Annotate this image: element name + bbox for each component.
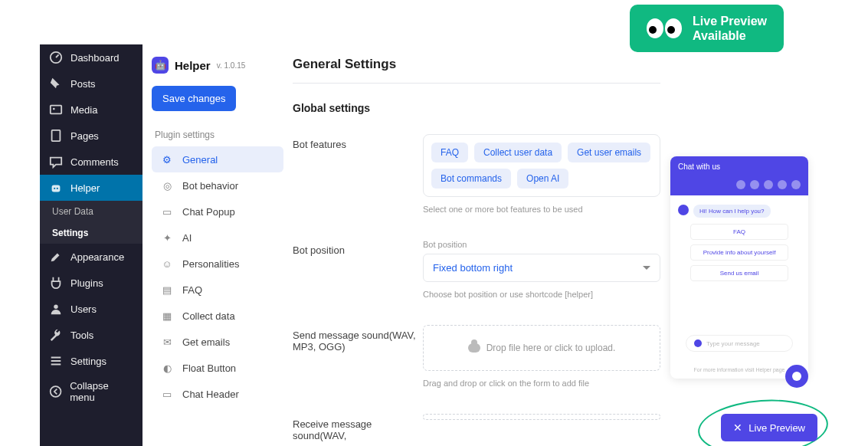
chat-option-faq[interactable]: FAQ	[690, 224, 788, 240]
social-icon[interactable]	[778, 180, 787, 189]
nav-label: Float Button	[182, 362, 236, 374]
plugin-version: v. 1.0.15	[217, 61, 246, 70]
badge-text: Live PreviewAvailable	[693, 14, 767, 43]
page-icon	[49, 129, 63, 143]
row-bot-position: Bot position Bot position Fixed bottom r…	[293, 240, 660, 299]
row-bot-features: Bot features FAQCollect user dataGet use…	[293, 134, 660, 214]
sidebar-item-comments[interactable]: Comments	[40, 149, 142, 175]
plugin-settings-panel: 🤖 Helper v. 1.0.15 Save changes Plugin s…	[142, 44, 293, 419]
recv-sound-dropzone[interactable]	[423, 414, 660, 420]
plugin-nav-faq[interactable]: ▤FAQ	[152, 277, 283, 303]
chip-get-user-emails[interactable]: Get user emails	[568, 143, 650, 162]
svg-point-8	[51, 386, 61, 397]
sidebar-item-settings[interactable]: Settings	[40, 348, 142, 374]
plugin-nav-bot-behavior[interactable]: ◎Bot behavior	[152, 172, 283, 198]
row-send-sound: Send message sound(WAV, MP3, OGG) Drop f…	[293, 325, 660, 388]
label-send-sound: Send message sound(WAV, MP3, OGG)	[293, 325, 423, 353]
plugin-nav-general[interactable]: ⚙General	[152, 146, 283, 172]
chip-faq[interactable]: FAQ	[431, 143, 468, 162]
label-bot-position: Bot position	[293, 240, 423, 256]
bot-message: Hi! How can I help you?	[678, 205, 801, 218]
chat-input[interactable]: Type your message	[686, 335, 793, 352]
plugin-nav-ai[interactable]: ✦AI	[152, 225, 283, 251]
sidebar-item-pages[interactable]: Pages	[40, 123, 142, 149]
bot-position-select[interactable]: Fixed bottom right	[423, 254, 660, 282]
social-icon[interactable]	[750, 180, 759, 189]
plugin-nav-collect-data[interactable]: ▦Collect data	[152, 303, 283, 329]
plugin-nav-float-button[interactable]: ◐Float Button	[152, 355, 283, 381]
sidebar-label: Pages	[70, 130, 99, 142]
nav-label: Get emails	[182, 336, 230, 348]
brush-icon	[49, 250, 63, 264]
social-icon[interactable]	[791, 180, 801, 189]
comment-icon	[49, 155, 63, 169]
live-preview-button[interactable]: ✕ Live Preview	[721, 414, 817, 441]
sidebar-label: Media	[70, 104, 97, 116]
sidebar-item-media[interactable]: Media	[40, 97, 142, 123]
sidebar-label: Posts	[70, 78, 96, 90]
svg-rect-1	[51, 106, 61, 114]
row-recv-sound: Receive message sound(WAV,	[293, 414, 660, 441]
live-preview-label: Live Preview	[748, 422, 805, 434]
live-preview-badge: Live PreviewAvailable	[630, 5, 784, 52]
bot-icon	[49, 181, 63, 195]
sidebar-label: Users	[70, 303, 97, 315]
sidebar-label: Dashboard	[70, 52, 120, 64]
social-icon[interactable]	[736, 180, 745, 189]
nav-label: AI	[182, 232, 192, 244]
nav-icon: ▭	[161, 205, 173, 218]
sidebar-item-plugins[interactable]: Plugins	[40, 270, 142, 296]
nav-label: Chat Header	[182, 389, 239, 400]
sidebar-item-posts[interactable]: Posts	[40, 71, 142, 97]
help-text: Select one or more bot features to be us…	[423, 205, 660, 214]
plugin-nav-chat-popup[interactable]: ▭Chat Popup	[152, 198, 283, 225]
bot-bubble: Hi! How can I help you?	[693, 205, 771, 218]
bot-features-chips[interactable]: FAQCollect user dataGet user emailsBot c…	[423, 134, 660, 197]
plugin-nav-get-emails[interactable]: ✉Get emails	[152, 329, 283, 355]
chat-option-info[interactable]: Provide info about yourself	[690, 244, 788, 261]
chat-fab-icon	[792, 372, 801, 381]
plugin-nav-personalities[interactable]: ☺Personalities	[152, 251, 283, 277]
sidebar-item-dashboard[interactable]: Dashboard	[40, 44, 142, 71]
chat-preview-widget: Chat with us Hi! How can I help you? FAQ…	[670, 156, 808, 379]
chip-collect-user-data[interactable]: Collect user data	[474, 143, 562, 162]
sidebar-item-appearance[interactable]: Appearance	[40, 244, 142, 270]
chat-option-email[interactable]: Send us email	[690, 265, 788, 281]
chat-fab-button[interactable]	[785, 365, 808, 388]
sidebar-sub-userdata[interactable]: User Data	[40, 201, 142, 222]
sidebar-item-tools[interactable]: Tools	[40, 322, 142, 348]
sidebar-label: Plugins	[70, 277, 103, 289]
nav-icon: ⚙	[161, 153, 173, 166]
send-sound-dropzone[interactable]: Drop file here or click to upload.	[423, 325, 660, 371]
live-preview-wrap: ✕ Live Preview	[721, 414, 817, 441]
nav-icon: ✦	[161, 231, 173, 244]
social-icon[interactable]	[764, 180, 773, 189]
dropzone-text: Drop file here or click to upload.	[486, 343, 616, 353]
label-recv-sound: Receive message sound(WAV,	[293, 414, 423, 441]
svg-point-6	[57, 188, 58, 189]
nav-icon: ▭	[161, 388, 173, 400]
save-button[interactable]: Save changes	[152, 86, 236, 111]
chip-bot-commands[interactable]: Bot commands	[431, 169, 511, 189]
sidebar-label: Collapse menu	[70, 380, 133, 403]
sidebar-item-collapse[interactable]: Collapse menu	[40, 374, 142, 409]
nav-icon: ✉	[161, 336, 173, 348]
media-icon	[49, 103, 63, 116]
plugin-logo-icon: 🤖	[152, 57, 169, 74]
help-text: Drag and drop or click on the form to ad…	[423, 379, 660, 388]
sliders-icon	[49, 354, 63, 368]
chip-open-ai[interactable]: Open AI	[517, 169, 568, 189]
wrench-icon	[49, 328, 63, 342]
plugin-section-heading: Plugin settings	[155, 130, 280, 140]
cloud-upload-icon	[468, 343, 480, 353]
plugin-nav-chat-header[interactable]: ▭Chat Header	[152, 381, 283, 407]
sidebar-item-helper[interactable]: Helper	[40, 175, 142, 201]
svg-rect-3	[52, 130, 61, 141]
sidebar-item-users[interactable]: Users	[40, 296, 142, 322]
user-icon	[49, 302, 63, 316]
plugin-title: Helper	[175, 59, 211, 72]
sidebar-sub-settings[interactable]: Settings	[40, 222, 142, 244]
nav-icon: ▦	[161, 310, 173, 322]
nav-label: Chat Popup	[182, 206, 235, 218]
nav-label: Collect data	[182, 310, 235, 322]
